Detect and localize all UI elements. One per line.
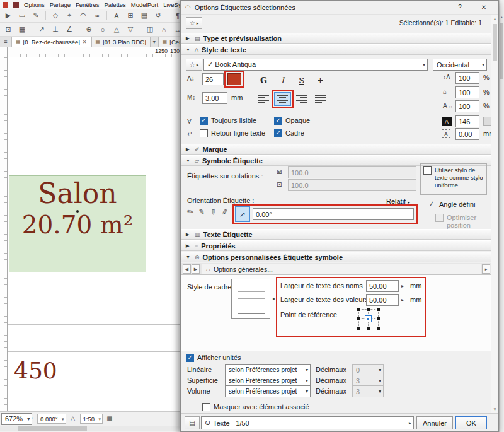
orientation-option-icon[interactable]: ✎: [208, 206, 219, 217]
toolbar-icon[interactable]: ↗: [35, 24, 48, 35]
width-factor-field[interactable]: 100: [455, 100, 479, 112]
cancel-button[interactable]: Annuler: [416, 416, 453, 429]
reference-point[interactable]: [357, 308, 360, 311]
toolbar-icon[interactable]: ▽: [124, 24, 137, 35]
stylo-uniforme-checkbox[interactable]: Utiliser stylo de texte comme stylo unif…: [420, 163, 487, 195]
toolbar-icon[interactable]: ◇: [49, 10, 62, 21]
toolbar-icon[interactable]: ⌂: [158, 24, 170, 35]
afficher-unites-checkbox[interactable]: Afficher unités: [186, 354, 241, 362]
toolbar-icon[interactable]: ⊡: [2, 24, 14, 35]
zoom-level-combo[interactable]: 672%: [1, 413, 32, 425]
cadre-checkbox[interactable]: Cadre: [274, 129, 304, 137]
horizontal-scrollbar[interactable]: [0, 426, 180, 431]
font-size-field[interactable]: 26: [202, 73, 224, 85]
tab-close-icon[interactable]: ✕: [83, 39, 87, 45]
flyout-icon[interactable]: ▸: [401, 297, 404, 303]
toolbar-icon[interactable]: ≈: [91, 10, 103, 21]
toolbar-icon[interactable]: ✎: [30, 10, 42, 21]
dimension-text[interactable]: 450: [14, 358, 57, 383]
reference-point-selector[interactable]: [357, 308, 380, 330]
toolbar-icon[interactable]: ▭: [16, 10, 28, 21]
section-type-previsualisation[interactable]: ▶ ▤ Type et prévisualisation: [181, 33, 491, 44]
align-center-button[interactable]: [274, 92, 291, 106]
retour-ligne-checkbox[interactable]: Retour ligne texte: [200, 129, 265, 137]
spacing-factor-field[interactable]: 100: [455, 86, 479, 98]
section-options-personnalisees[interactable]: ▼ ⊛ Options personnalisées Étiquette sym…: [181, 252, 491, 262]
tab-options-generales[interactable]: ▱ Options générales...: [202, 264, 481, 275]
pen-number-field[interactable]: 146: [455, 115, 479, 127]
scrollbar-thumb[interactable]: [18, 426, 87, 431]
reference-point[interactable]: [357, 327, 360, 330]
dialog-scrollbar[interactable]: ▲ ▼: [491, 15, 498, 413]
reference-point[interactable]: [377, 308, 380, 311]
tab-rez-de-chaussee[interactable]: ▦ [0. Rez-de-chaussée] ✕: [11, 37, 91, 47]
orientation-option-icon[interactable]: ✎: [219, 208, 229, 216]
reference-point[interactable]: [357, 317, 360, 320]
toolbar-icon[interactable]: ↺: [152, 10, 164, 21]
toolbar-icon[interactable]: ▤: [138, 10, 151, 21]
italic-button[interactable]: I: [274, 73, 291, 87]
favorites-button[interactable]: ☆▸: [186, 17, 202, 29]
scale-icon[interactable]: △: [68, 414, 78, 424]
scroll-up-icon[interactable]: ▲: [500, 15, 504, 19]
underline-button[interactable]: S: [293, 73, 310, 87]
toolbar-icon[interactable]: ▶: [2, 10, 14, 21]
toolbar-icon[interactable]: △: [110, 24, 123, 35]
menu-item-modelport[interactable]: ModelPort: [131, 1, 158, 8]
reference-point[interactable]: [367, 308, 370, 311]
align-left-button[interactable]: [255, 92, 272, 106]
bold-button[interactable]: G: [255, 73, 272, 87]
floor-plan-canvas[interactable]: Salon 20.70 m² 450: [8, 57, 180, 411]
flyout-icon[interactable]: ▸: [401, 283, 404, 289]
orientation-option-icon[interactable]: ✎: [198, 207, 205, 217]
orientation-option-icon[interactable]: ✎: [185, 206, 195, 217]
rotation-combo[interactable]: 0.000°: [37, 414, 66, 424]
scrollbar-thumb[interactable]: [493, 24, 497, 61]
align-right-button[interactable]: [293, 92, 310, 106]
zone-salon[interactable]: Salon 20.70 m²: [9, 175, 146, 272]
toolbar-icon[interactable]: ○: [96, 24, 109, 35]
line-spacing-field[interactable]: 3.00: [202, 92, 227, 104]
menu-item-fenetres[interactable]: Fenêtres: [76, 1, 100, 8]
scroll-up-icon[interactable]: ▲: [491, 15, 498, 23]
close-icon[interactable]: ✕: [478, 3, 490, 13]
scrollbar-thumb[interactable]: [500, 23, 503, 79]
section-proprietes[interactable]: ▶ ≡ Propriétés: [181, 240, 491, 251]
scroll-down-icon[interactable]: ▼: [491, 406, 498, 413]
toolbar-icon[interactable]: ⊕: [83, 24, 95, 35]
tab-next-button[interactable]: ▶: [192, 264, 200, 274]
tab-plan-rdc[interactable]: ▦ [01.3 Plan RDC]: [91, 37, 151, 47]
font-family-combo[interactable]: ✓ Book Antiqua: [203, 59, 428, 71]
menu-item-options[interactable]: Options: [24, 1, 45, 8]
toolbar-icon[interactable]: A: [110, 10, 123, 21]
height-factor-field[interactable]: 100: [455, 72, 479, 84]
masquer-checkbox[interactable]: Masquer avec élément associé: [202, 403, 309, 411]
encoding-combo[interactable]: Occidental: [433, 59, 487, 71]
layer-combo[interactable]: ⊙ Texte - 1/50: [201, 416, 414, 429]
menu-item-palettes[interactable]: Palettes: [105, 1, 126, 8]
volume-unit-combo[interactable]: selon Préférences projet: [225, 385, 311, 397]
opaque-checkbox[interactable]: Opaque: [274, 117, 310, 125]
frame-offset-field[interactable]: 0.00: [455, 128, 479, 140]
tab-menu-icon[interactable]: ≡: [0, 37, 11, 47]
canvas-vertical-scrollbar[interactable]: ▲: [499, 0, 504, 432]
align-justify-button[interactable]: [312, 92, 329, 106]
reference-point[interactable]: [377, 327, 380, 330]
font-favorites-button[interactable]: ☆▸: [186, 59, 202, 71]
toolbar-icon[interactable]: ◠: [77, 10, 89, 21]
largeur-valeurs-field[interactable]: 50.00: [366, 294, 399, 306]
text-pen-color-swatch[interactable]: [227, 73, 241, 85]
relatif-label[interactable]: Relatif ▸: [386, 197, 410, 205]
reference-point[interactable]: [377, 317, 380, 320]
grid-icon[interactable]: ▦: [105, 414, 115, 424]
toolbar-icon[interactable]: ∠: [63, 24, 76, 35]
section-style-de-texte[interactable]: ▼ A Style de texte: [181, 44, 491, 55]
toolbar-icon[interactable]: ⊥: [49, 24, 62, 35]
toolbar-icon[interactable]: ⌖: [63, 10, 76, 21]
angle-field[interactable]: 0.00°: [253, 208, 414, 220]
toolbar-icon[interactable]: ◫: [144, 24, 156, 35]
help-button[interactable]: ?: [454, 3, 466, 13]
toolbar-icon[interactable]: ⊞: [124, 10, 137, 21]
tab-previous-button[interactable]: ◀: [183, 264, 191, 274]
frame-style-flyout-icon[interactable]: ▸: [273, 296, 275, 301]
